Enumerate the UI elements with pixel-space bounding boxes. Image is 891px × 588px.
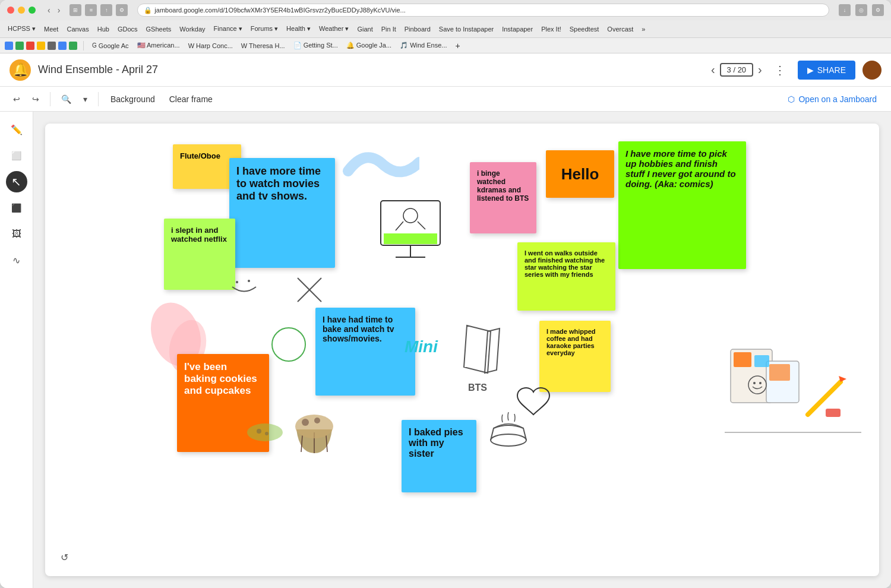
- svg-rect-31: [754, 355, 769, 367]
- more-options-button[interactable]: ⋮: [769, 61, 791, 80]
- redo-button[interactable]: ↪: [29, 92, 43, 106]
- bookmark-google-ja[interactable]: 🔔 Google Ja...: [344, 40, 394, 50]
- back-forward-nav: ‹ ›: [45, 4, 62, 16]
- nav-weather[interactable]: Weather ▾: [316, 24, 352, 34]
- sketch-computer-svg: [363, 195, 458, 284]
- zoom-button[interactable]: 🔍: [58, 92, 75, 106]
- back-button[interactable]: ‹: [45, 4, 53, 16]
- nav-gdocs[interactable]: GDocs: [115, 24, 141, 34]
- nav-pinboard[interactable]: Pinboard: [402, 24, 434, 34]
- sticky-hello[interactable]: Hello: [546, 150, 614, 198]
- sticky-bake[interactable]: I have had time to bake and watch tv sho…: [315, 308, 415, 396]
- share-label: SHARE: [817, 65, 846, 75]
- bookmark-add[interactable]: +: [453, 40, 463, 52]
- background-button[interactable]: Background: [106, 92, 160, 106]
- sticky-note-tool[interactable]: ⬛: [6, 197, 27, 219]
- bookmark-getting[interactable]: 📄 Getting St...: [291, 40, 340, 50]
- zoom-dropdown[interactable]: ▾: [80, 92, 91, 106]
- slide-nav: ‹ 3 / 20 ›: [711, 63, 762, 77]
- nav-giant[interactable]: Giant: [354, 24, 375, 34]
- undo-button[interactable]: ↩: [10, 92, 24, 106]
- nav-more[interactable]: »: [639, 24, 648, 34]
- side-toolbar: ✏️ ⬜ ↖ ⬛ 🖼 ∿: [0, 112, 33, 588]
- sticky-movies-text: I have more time to watch movies and tv …: [236, 165, 321, 202]
- sticky-hello-text: Hello: [561, 165, 599, 184]
- bookmarks-divider: [83, 41, 84, 50]
- nav-hcpss[interactable]: HCPSS ▾: [5, 24, 39, 34]
- sticky-coffee[interactable]: I made whipped coffee and had karaoke pa…: [539, 321, 611, 392]
- sticky-slept[interactable]: i slept in and watched netflix: [164, 219, 235, 290]
- bookmark-theresa[interactable]: W Theresa H...: [239, 41, 287, 50]
- slide-counter: 3 / 20: [720, 63, 754, 77]
- nav-pinit[interactable]: Pin It: [378, 24, 399, 34]
- extensions-icon: ⚙: [116, 4, 128, 16]
- pen-tool[interactable]: ✏️: [6, 119, 27, 140]
- nav-gsheets[interactable]: GSheets: [143, 24, 175, 34]
- sketch-cookie-svg: [244, 415, 286, 444]
- sticky-walks[interactable]: I went on walks outside and finished wat…: [517, 242, 615, 311]
- clear-frame-button[interactable]: Clear frame: [165, 92, 217, 106]
- nav-health[interactable]: Health ▾: [283, 24, 314, 34]
- prev-slide-button[interactable]: ‹: [711, 63, 715, 77]
- svg-point-21: [295, 415, 333, 438]
- refresh-button[interactable]: ↺: [55, 548, 74, 567]
- sketch-mini: Mini: [402, 325, 455, 361]
- sketch-cookie: [244, 415, 286, 444]
- bookmark-wind[interactable]: 🎵 Wind Ense...: [397, 40, 449, 50]
- sticky-hobbies[interactable]: I have more time to pick up hobbies and …: [618, 141, 746, 269]
- shape-tool[interactable]: ∿: [6, 249, 27, 271]
- sticky-slept-text: i slept in and watched netflix: [171, 226, 227, 244]
- app-title: Wind Ensemble - April 27: [38, 64, 158, 76]
- next-slide-button[interactable]: ›: [758, 63, 762, 77]
- nav-speedtest[interactable]: Speedtest: [567, 24, 602, 34]
- sketch-books: [455, 320, 503, 379]
- sketch-workspace: [725, 331, 861, 480]
- nav-workday[interactable]: Workday: [176, 24, 208, 34]
- address-bar[interactable]: 🔒 jamboard.google.com/d/1O9bcfwXMr3Y5ER4…: [137, 4, 829, 17]
- svg-rect-30: [734, 352, 751, 367]
- open-on-jamboard-button[interactable]: ⬡ Open on a Jamboard: [783, 92, 881, 106]
- svg-point-23: [314, 418, 320, 423]
- nav-canvas[interactable]: Canvas: [64, 24, 91, 34]
- eraser-tool[interactable]: ⬜: [6, 145, 27, 166]
- share-button[interactable]: ▶ SHARE: [798, 61, 855, 80]
- svg-point-7: [236, 281, 238, 283]
- sticky-binge[interactable]: i binge watched kdramas and listened to …: [470, 162, 536, 233]
- reader-icon: ≡: [85, 4, 97, 16]
- image-tool[interactable]: 🖼: [6, 223, 27, 245]
- bookmark-icon-5: [48, 42, 56, 50]
- sketch-x-svg: [295, 275, 324, 305]
- nav-hub[interactable]: Hub: [94, 24, 112, 34]
- maximize-button[interactable]: [29, 7, 36, 14]
- sticky-movies[interactable]: I have more time to watch movies and tv …: [229, 158, 335, 268]
- nav-bar: HCPSS ▾ Meet Canvas Hub GDocs GSheets Wo…: [0, 20, 891, 38]
- select-tool[interactable]: ↖: [6, 171, 27, 192]
- lock-icon: 🔒: [144, 7, 152, 14]
- nav-overcast[interactable]: Overcast: [604, 24, 636, 34]
- forward-button[interactable]: ›: [55, 4, 63, 16]
- minimize-button[interactable]: [18, 7, 25, 14]
- close-button[interactable]: [7, 7, 14, 14]
- bookmark-harp[interactable]: W Harp Conc...: [186, 41, 235, 50]
- sketch-x: [295, 275, 324, 305]
- window: ‹ › ⊞ ≡ ↑ ⚙ 🔒 jamboard.google.com/d/1O9b…: [0, 0, 891, 588]
- svg-line-5: [396, 222, 403, 230]
- nav-forums[interactable]: Forums ▾: [248, 24, 281, 34]
- bookmark-google-ac[interactable]: G Google Ac: [90, 41, 131, 50]
- sticky-pies[interactable]: I baked pies with my sister: [402, 420, 476, 492]
- bookmark-icon-2: [15, 42, 24, 50]
- sketch-blue-shape: [336, 141, 419, 183]
- traffic-lights: [7, 7, 36, 14]
- bookmark-icon-4: [37, 42, 45, 50]
- user-avatar[interactable]: [862, 61, 881, 80]
- nav-meet[interactable]: Meet: [41, 24, 61, 34]
- nav-instapaper[interactable]: Save to Instapaper: [436, 24, 497, 34]
- nav-instapaper2[interactable]: Instapaper: [499, 24, 536, 34]
- bookmark-american[interactable]: 🇺🇸 American...: [135, 40, 182, 50]
- canvas-area: Flute/Oboe I have more time to watch mov…: [33, 112, 891, 588]
- nav-finance[interactable]: Finance ▾: [211, 24, 245, 34]
- airdrop-icon: ◎: [855, 4, 867, 16]
- sticky-pies-text: I baked pies with my sister: [409, 427, 463, 459]
- nav-plex[interactable]: Plex It!: [538, 24, 564, 34]
- toolbar: ↩ ↪ 🔍 ▾ Background Clear frame ⬡ Open on…: [0, 87, 891, 112]
